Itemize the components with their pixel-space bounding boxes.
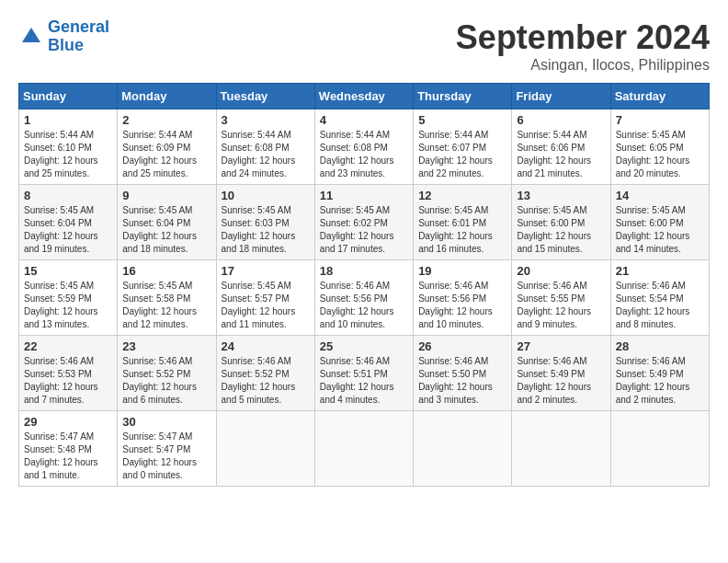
day-info: Sunrise: 5:45 AM Sunset: 6:00 PM Dayligh… bbox=[517, 204, 605, 256]
day-info: Sunrise: 5:44 AM Sunset: 6:08 PM Dayligh… bbox=[320, 129, 408, 180]
day-info: Sunrise: 5:47 AM Sunset: 5:48 PM Dayligh… bbox=[24, 431, 112, 482]
day-number: 24 bbox=[222, 339, 310, 353]
day-info: Sunrise: 5:47 AM Sunset: 5:47 PM Dayligh… bbox=[122, 431, 210, 482]
day-info: Sunrise: 5:45 AM Sunset: 6:02 PM Dayligh… bbox=[320, 204, 408, 256]
title-block: September 2024 Asingan, Ilocos, Philippi… bbox=[456, 18, 710, 74]
table-row: 29 Sunrise: 5:47 AM Sunset: 5:48 PM Dayl… bbox=[19, 411, 118, 487]
day-info: Sunrise: 5:44 AM Sunset: 6:07 PM Dayligh… bbox=[418, 129, 506, 180]
day-info: Sunrise: 5:45 AM Sunset: 5:57 PM Dayligh… bbox=[222, 280, 310, 331]
table-row: 27 Sunrise: 5:46 AM Sunset: 5:49 PM Dayl… bbox=[512, 336, 610, 411]
day-number: 8 bbox=[24, 189, 112, 202]
day-info: Sunrise: 5:45 AM Sunset: 6:03 PM Dayligh… bbox=[222, 204, 310, 256]
day-number: 28 bbox=[616, 339, 704, 353]
day-number: 15 bbox=[24, 264, 112, 278]
col-sunday: Sunday bbox=[19, 84, 118, 109]
day-info: Sunrise: 5:46 AM Sunset: 5:56 PM Dayligh… bbox=[320, 280, 408, 331]
day-number: 1 bbox=[24, 113, 112, 127]
day-number: 27 bbox=[517, 339, 605, 353]
day-number: 29 bbox=[24, 415, 112, 429]
day-number: 4 bbox=[320, 113, 408, 127]
day-number: 17 bbox=[222, 264, 310, 278]
day-info: Sunrise: 5:46 AM Sunset: 5:50 PM Dayligh… bbox=[418, 355, 506, 407]
calendar-week-row: 15 Sunrise: 5:45 AM Sunset: 5:59 PM Dayl… bbox=[19, 260, 710, 336]
table-row bbox=[512, 411, 610, 487]
day-info: Sunrise: 5:46 AM Sunset: 5:53 PM Dayligh… bbox=[24, 355, 112, 407]
day-number: 22 bbox=[24, 339, 112, 353]
svg-marker-0 bbox=[22, 28, 40, 42]
table-row: 23 Sunrise: 5:46 AM Sunset: 5:52 PM Dayl… bbox=[118, 336, 216, 411]
table-row: 8 Sunrise: 5:45 AM Sunset: 6:04 PM Dayli… bbox=[19, 185, 118, 260]
table-row: 2 Sunrise: 5:44 AM Sunset: 6:09 PM Dayli… bbox=[118, 109, 216, 185]
day-number: 7 bbox=[616, 113, 704, 127]
table-row: 21 Sunrise: 5:46 AM Sunset: 5:54 PM Dayl… bbox=[610, 260, 709, 336]
day-number: 3 bbox=[222, 113, 310, 127]
month-title: September 2024 bbox=[456, 18, 710, 57]
table-row: 9 Sunrise: 5:45 AM Sunset: 6:04 PM Dayli… bbox=[118, 185, 216, 260]
day-info: Sunrise: 5:45 AM Sunset: 6:05 PM Dayligh… bbox=[616, 129, 704, 180]
col-friday: Friday bbox=[512, 84, 610, 109]
table-row: 22 Sunrise: 5:46 AM Sunset: 5:53 PM Dayl… bbox=[19, 336, 118, 411]
day-number: 30 bbox=[122, 415, 210, 429]
day-number: 26 bbox=[418, 339, 506, 353]
day-number: 5 bbox=[418, 113, 506, 127]
day-info: Sunrise: 5:44 AM Sunset: 6:08 PM Dayligh… bbox=[222, 129, 310, 180]
day-number: 10 bbox=[222, 189, 310, 202]
day-number: 16 bbox=[122, 264, 210, 278]
day-number: 9 bbox=[122, 189, 210, 202]
calendar-header-row: Sunday Monday Tuesday Wednesday Thursday… bbox=[19, 84, 710, 109]
day-info: Sunrise: 5:45 AM Sunset: 6:04 PM Dayligh… bbox=[24, 204, 112, 256]
table-row: 4 Sunrise: 5:44 AM Sunset: 6:08 PM Dayli… bbox=[314, 109, 413, 185]
table-row: 20 Sunrise: 5:46 AM Sunset: 5:55 PM Dayl… bbox=[512, 260, 610, 336]
day-info: Sunrise: 5:46 AM Sunset: 5:54 PM Dayligh… bbox=[616, 280, 704, 331]
table-row: 1 Sunrise: 5:44 AM Sunset: 6:10 PM Dayli… bbox=[19, 109, 118, 185]
day-number: 23 bbox=[122, 339, 210, 353]
logo: General Blue bbox=[18, 18, 109, 55]
day-info: Sunrise: 5:45 AM Sunset: 5:59 PM Dayligh… bbox=[24, 280, 112, 331]
day-number: 13 bbox=[517, 189, 605, 202]
table-row: 30 Sunrise: 5:47 AM Sunset: 5:47 PM Dayl… bbox=[118, 411, 216, 487]
table-row: 6 Sunrise: 5:44 AM Sunset: 6:06 PM Dayli… bbox=[512, 109, 610, 185]
table-row: 28 Sunrise: 5:46 AM Sunset: 5:49 PM Dayl… bbox=[610, 336, 709, 411]
table-row: 14 Sunrise: 5:45 AM Sunset: 6:00 PM Dayl… bbox=[610, 185, 709, 260]
day-number: 18 bbox=[320, 264, 408, 278]
table-row: 13 Sunrise: 5:45 AM Sunset: 6:00 PM Dayl… bbox=[512, 185, 610, 260]
day-number: 6 bbox=[517, 113, 605, 127]
table-row bbox=[610, 411, 709, 487]
day-info: Sunrise: 5:44 AM Sunset: 6:09 PM Dayligh… bbox=[122, 129, 210, 180]
col-tuesday: Tuesday bbox=[216, 84, 314, 109]
day-number: 12 bbox=[418, 189, 506, 202]
logo-icon bbox=[18, 24, 44, 50]
table-row: 11 Sunrise: 5:45 AM Sunset: 6:02 PM Dayl… bbox=[314, 185, 413, 260]
table-row: 16 Sunrise: 5:45 AM Sunset: 5:58 PM Dayl… bbox=[118, 260, 216, 336]
day-number: 2 bbox=[122, 113, 210, 127]
calendar-week-row: 8 Sunrise: 5:45 AM Sunset: 6:04 PM Dayli… bbox=[19, 185, 710, 260]
table-row bbox=[414, 411, 512, 487]
calendar-table: Sunday Monday Tuesday Wednesday Thursday… bbox=[18, 83, 710, 487]
day-number: 25 bbox=[320, 339, 408, 353]
table-row: 5 Sunrise: 5:44 AM Sunset: 6:07 PM Dayli… bbox=[414, 109, 512, 185]
logo-text: General Blue bbox=[48, 18, 109, 55]
day-number: 14 bbox=[616, 189, 704, 202]
day-info: Sunrise: 5:46 AM Sunset: 5:52 PM Dayligh… bbox=[122, 355, 210, 407]
day-number: 20 bbox=[517, 264, 605, 278]
table-row bbox=[314, 411, 413, 487]
table-row: 7 Sunrise: 5:45 AM Sunset: 6:05 PM Dayli… bbox=[610, 109, 709, 185]
day-number: 21 bbox=[616, 264, 704, 278]
day-number: 19 bbox=[418, 264, 506, 278]
calendar-week-row: 29 Sunrise: 5:47 AM Sunset: 5:48 PM Dayl… bbox=[19, 411, 710, 487]
day-info: Sunrise: 5:46 AM Sunset: 5:56 PM Dayligh… bbox=[418, 280, 506, 331]
day-info: Sunrise: 5:45 AM Sunset: 6:04 PM Dayligh… bbox=[122, 204, 210, 256]
col-thursday: Thursday bbox=[414, 84, 512, 109]
day-info: Sunrise: 5:45 AM Sunset: 6:01 PM Dayligh… bbox=[418, 204, 506, 256]
table-row: 25 Sunrise: 5:46 AM Sunset: 5:51 PM Dayl… bbox=[314, 336, 413, 411]
table-row: 10 Sunrise: 5:45 AM Sunset: 6:03 PM Dayl… bbox=[216, 185, 314, 260]
table-row: 15 Sunrise: 5:45 AM Sunset: 5:59 PM Dayl… bbox=[19, 260, 118, 336]
page-header: General Blue September 2024 Asingan, Ilo… bbox=[18, 18, 710, 74]
table-row: 24 Sunrise: 5:46 AM Sunset: 5:52 PM Dayl… bbox=[216, 336, 314, 411]
day-info: Sunrise: 5:46 AM Sunset: 5:51 PM Dayligh… bbox=[320, 355, 408, 407]
calendar-week-row: 22 Sunrise: 5:46 AM Sunset: 5:53 PM Dayl… bbox=[19, 336, 710, 411]
day-info: Sunrise: 5:44 AM Sunset: 6:06 PM Dayligh… bbox=[517, 129, 605, 180]
table-row bbox=[216, 411, 314, 487]
day-info: Sunrise: 5:46 AM Sunset: 5:52 PM Dayligh… bbox=[222, 355, 310, 407]
day-info: Sunrise: 5:46 AM Sunset: 5:55 PM Dayligh… bbox=[517, 280, 605, 331]
